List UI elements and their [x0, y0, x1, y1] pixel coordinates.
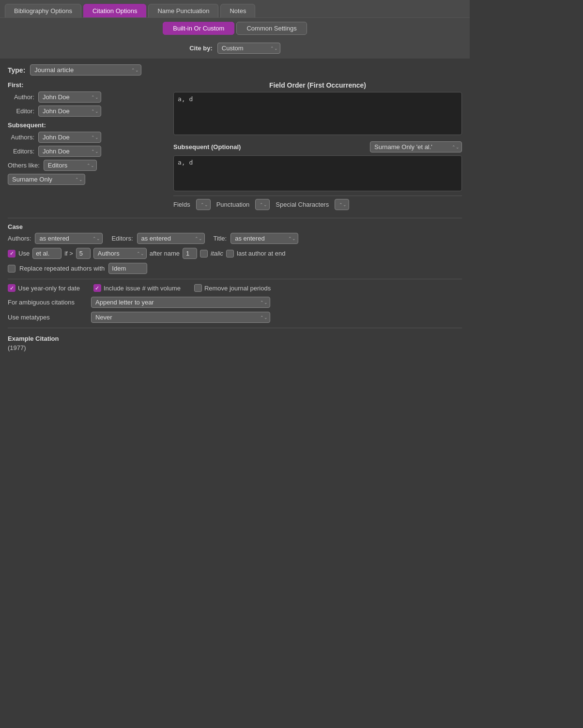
cite-by-label: Cite by: [189, 45, 213, 52]
ambiguous-row: For ambiguous citations Append letter to… [8, 297, 462, 308]
editor-select[interactable]: John Doe [38, 106, 101, 117]
replace-repeated-input[interactable] [108, 263, 147, 274]
surname-only-select[interactable]: Surname Only [8, 174, 85, 185]
use-year-only-checkbox[interactable] [8, 284, 15, 292]
subsequent-authors-select[interactable]: John Doe [38, 132, 101, 143]
special-chars-select-wrapper [335, 199, 349, 210]
cite-by-select-wrapper: Custom [217, 43, 280, 54]
others-like-select[interactable]: Editors [44, 160, 97, 171]
subsequent-editors-label: Editors: [8, 148, 34, 155]
others-like-row: Others like: Editors [8, 160, 168, 171]
italic-checkbox[interactable] [200, 250, 208, 258]
metatypes-label: Use metatypes [8, 314, 85, 321]
left-column: First: Author: John Doe Editor: John Doe [8, 81, 168, 213]
top-tab-bar: Bibliography Options Citation Options Na… [0, 0, 470, 18]
case-authors-select-wrapper: as entered [35, 233, 103, 244]
divider-2 [8, 328, 462, 328]
remove-journal-label: Remove journal periods [204, 285, 271, 292]
tab-citation[interactable]: Citation Options [83, 4, 147, 17]
case-authors-select[interactable]: as entered [35, 233, 103, 244]
ambiguous-select[interactable]: Append letter to year [91, 297, 270, 308]
punctuation-select-wrapper [255, 199, 270, 210]
if-gt-value[interactable] [76, 248, 91, 259]
tab-builtin-or-custom[interactable]: Built-in Or Custom [163, 22, 234, 35]
last-author-label: last author at end [237, 250, 285, 257]
type-select[interactable]: Journal article [30, 64, 141, 76]
punctuation-select[interactable] [255, 199, 270, 210]
use-year-only-label: Use year-only for date [18, 285, 80, 292]
case-section: Case Authors: as entered Editors: as ent… [8, 218, 462, 274]
others-like-label: Others like: [8, 162, 40, 169]
type-label: Type: [8, 66, 25, 74]
replace-repeated-row: Replace repeated authors with [8, 263, 462, 274]
special-chars-select[interactable] [335, 199, 349, 210]
subsequent-section-label: Subsequent: [8, 121, 168, 129]
field-order-title: Field Order (First Occurrence) [173, 81, 462, 89]
editor-field-row: Editor: John Doe [8, 106, 168, 117]
case-title-select-wrapper: as entered [230, 233, 298, 244]
case-editors-select[interactable]: as entered [137, 233, 205, 244]
replace-repeated-checkbox[interactable] [8, 265, 15, 273]
tab-common-settings[interactable]: Common Settings [236, 22, 307, 35]
punctuation-label: Punctuation [216, 201, 250, 208]
cite-by-select[interactable]: Custom [217, 43, 280, 54]
italic-label: italic [211, 250, 223, 257]
surname-only-row: Surname Only [8, 174, 168, 185]
et-al-input[interactable] [32, 248, 61, 259]
right-column: Field Order (First Occurrence) Subsequen… [173, 81, 462, 213]
remove-journal-item: Remove journal periods [194, 284, 271, 292]
example-section: Example Citation (1977) [8, 335, 462, 351]
case-label: Case [8, 223, 462, 230]
use-et-al-checkbox[interactable] [8, 250, 15, 258]
ambiguous-label: For ambiguous citations [8, 299, 85, 306]
type-row: Type: Journal article [8, 64, 462, 76]
field-order-textarea[interactable] [173, 92, 462, 135]
special-chars-label: Special Characters [276, 201, 329, 208]
author-field-row: Author: John Doe [8, 91, 168, 103]
fields-label: Fields [173, 201, 190, 208]
subsequent-editors-select[interactable]: John Doe [38, 146, 101, 157]
first-section-label: First: [8, 81, 168, 89]
last-author-checkbox[interactable] [226, 250, 234, 258]
after-name-value[interactable] [183, 248, 197, 259]
tab-notes[interactable]: Notes [220, 4, 255, 17]
fields-select[interactable] [196, 199, 211, 210]
use-label: Use [18, 250, 30, 257]
cite-by-row: Cite by: Custom [0, 39, 470, 59]
case-editors-label: Editors: [111, 235, 133, 242]
type-select-wrapper: Journal article [30, 64, 141, 76]
author-select-wrapper: John Doe [38, 91, 101, 103]
case-authors-label: Authors: [8, 235, 31, 242]
subsequent-editors-select-wrapper: John Doe [38, 146, 101, 157]
remove-journal-checkbox[interactable] [194, 284, 202, 292]
include-issue-checkbox[interactable] [93, 284, 101, 292]
case-title-label: Title: [214, 235, 227, 242]
main-content: Type: Journal article First: Author: Joh… [0, 59, 470, 357]
metatypes-select-wrapper: Never [91, 312, 270, 323]
case-title-select[interactable]: as entered [230, 233, 298, 244]
subsequent-optional-select[interactable]: Surname Only 'et al.' [370, 141, 462, 152]
et-al-row: Use if > Authors after name italic last … [8, 248, 462, 259]
tab-name-punctuation[interactable]: Name Punctuation [148, 4, 218, 17]
case-fields-row: Authors: as entered Editors: as entered … [8, 233, 462, 244]
others-like-select-wrapper: Editors [44, 160, 97, 171]
surname-only-select-wrapper: Surname Only [8, 174, 85, 185]
case-editors-select-wrapper: as entered [137, 233, 205, 244]
editor-label: Editor: [8, 107, 34, 115]
subsequent-editors-row: Editors: John Doe [8, 146, 168, 157]
subsequent-authors-row: Authors: John Doe [8, 132, 168, 143]
replace-repeated-label: Replace repeated authors with [19, 265, 105, 272]
author-select[interactable]: John Doe [38, 91, 101, 103]
subsequent-authors-label: Authors: [8, 134, 34, 141]
tab-bibliography[interactable]: Bibliography Options [5, 4, 81, 17]
subsequent-authors-select-wrapper: John Doe [38, 132, 101, 143]
toolbar-row: Fields Punctuation Special Characters [173, 196, 462, 213]
use-year-only-item: Use year-only for date [8, 284, 80, 292]
example-citation-title: Example Citation [8, 335, 462, 342]
sub-tab-bar: Built-in Or Custom Common Settings [0, 18, 470, 39]
fields-select-wrapper [196, 199, 211, 210]
et-al-authors-select[interactable]: Authors [93, 248, 147, 259]
metatypes-select[interactable]: Never [91, 312, 270, 323]
author-label: Author: [8, 93, 34, 101]
subsequent-textarea[interactable] [173, 155, 462, 191]
